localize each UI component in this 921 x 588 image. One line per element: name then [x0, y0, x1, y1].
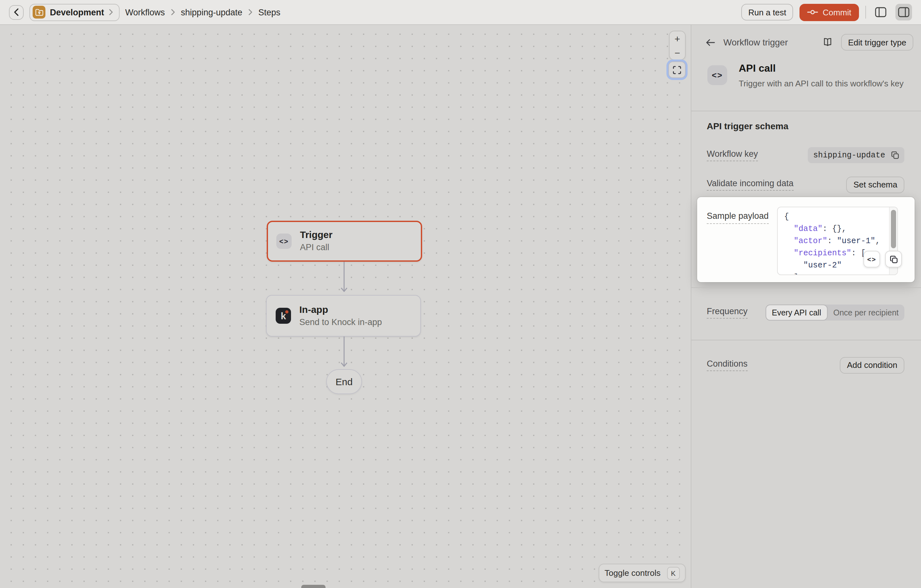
topbar-actions: Run a test Commit — [741, 3, 912, 21]
panel-header: Workflow trigger Edit trigger type — [704, 33, 913, 51]
zoom-in-button[interactable]: + — [670, 31, 685, 46]
knock-workflow-editor: Development Workflows shipping-update St… — [0, 0, 921, 588]
inapp-node-subtitle: Send to Knock in-app — [299, 318, 382, 327]
zoom-controls: + − — [669, 31, 686, 60]
fit-view-button[interactable] — [668, 62, 686, 78]
commit-label: Commit — [822, 7, 851, 17]
inapp-step-node[interactable]: k In-app Send to Knock in-app — [266, 295, 421, 337]
divider — [866, 6, 866, 19]
copy-icon — [889, 255, 898, 263]
zoom-out-button[interactable]: − — [670, 46, 685, 60]
hidden-dock-edge — [301, 585, 325, 588]
set-schema-button[interactable]: Set schema — [846, 176, 905, 193]
trigger-type-text: API call Trigger with an API call to thi… — [739, 63, 904, 88]
toggle-controls-button[interactable]: Toggle controls K — [599, 564, 686, 582]
code-icon: <> — [707, 65, 727, 85]
environment-switcher[interactable]: Development — [29, 3, 120, 21]
toggle-left-panel-button[interactable] — [872, 4, 889, 21]
breadcrumb-workflow-key[interactable]: shipping-update — [181, 7, 242, 17]
panel-title: Workflow trigger — [723, 37, 788, 47]
trigger-type-description: Trigger with an API call to this workflo… — [739, 79, 904, 88]
frequency-label: Frequency — [707, 306, 748, 319]
fullscreen-icon — [673, 65, 681, 74]
trigger-node-title: Trigger — [300, 230, 333, 241]
copy-payload-button[interactable] — [885, 251, 902, 267]
sample-payload-spotlight: Sample payload { "data": {}, "actor": "u… — [697, 197, 914, 282]
sample-payload-label: Sample payload — [707, 211, 769, 224]
workflow-key-value-box: shipping-update — [808, 147, 905, 163]
divider — [692, 111, 921, 111]
book-icon — [822, 37, 833, 47]
keyboard-shortcut-badge: K — [667, 567, 680, 579]
frequency-segmented-control: Every API call Once per recipient — [765, 305, 905, 321]
toggle-right-panel-button[interactable] — [895, 4, 912, 21]
trigger-node-subtitle: API call — [300, 243, 333, 253]
run-a-test-button[interactable]: Run a test — [741, 4, 793, 21]
panel-right-icon — [898, 7, 910, 17]
divider — [692, 287, 921, 288]
frequency-row: Frequency Every API call Once per recipi… — [707, 305, 905, 321]
frequency-option-once-per-recipient[interactable]: Once per recipient — [828, 305, 905, 321]
inapp-node-text: In-app Send to Knock in-app — [299, 304, 382, 327]
validate-data-row: Validate incoming data Set schema — [707, 177, 905, 192]
add-condition-button[interactable]: Add condition — [840, 357, 905, 373]
breadcrumb: Workflows shipping-update Steps — [125, 7, 280, 17]
workflow-key-row: Workflow key shipping-update — [707, 147, 905, 163]
expand-editor-button[interactable]: <> — [864, 251, 880, 267]
panel-left-icon — [875, 7, 887, 17]
commit-button[interactable]: Commit — [799, 3, 859, 21]
workflow-key-value: shipping-update — [813, 151, 885, 160]
chevron-right-icon — [171, 9, 175, 15]
trigger-type-title: API call — [739, 63, 904, 74]
environment-label: Development — [50, 7, 104, 17]
workflow-canvas[interactable]: + − <> Trigger API call k In-app Send to… — [0, 25, 691, 588]
top-bar: Development Workflows shipping-update St… — [0, 0, 921, 25]
knock-logo-icon: k — [276, 308, 291, 324]
divider — [692, 340, 921, 340]
schema-section-heading: API trigger schema — [707, 121, 788, 131]
scrollbar-thumb[interactable] — [891, 210, 896, 248]
git-commit-icon — [807, 8, 818, 16]
chevron-right-icon — [109, 9, 113, 15]
documentation-button[interactable] — [821, 36, 834, 48]
end-node[interactable]: End — [326, 369, 362, 394]
edge-trigger-to-inapp — [340, 262, 348, 295]
trigger-node-text: Trigger API call — [300, 230, 333, 253]
inapp-node-title: In-app — [299, 304, 382, 316]
workflow-key-label: Workflow key — [707, 149, 758, 161]
conditions-row: Conditions Add condition — [707, 357, 905, 374]
sample-payload-editor[interactable]: { "data": {}, "actor": "user-1", "recipi… — [777, 207, 898, 275]
code-icon: <> — [276, 233, 292, 249]
arrow-left-icon — [705, 38, 715, 46]
edge-inapp-to-end — [340, 337, 348, 370]
back-button[interactable] — [9, 5, 24, 20]
toggle-controls-label: Toggle controls — [605, 568, 661, 578]
breadcrumb-steps[interactable]: Steps — [259, 7, 280, 17]
conditions-label: Conditions — [707, 358, 748, 371]
chevron-left-icon — [13, 8, 19, 16]
environment-folder-icon — [33, 6, 46, 19]
trigger-node[interactable]: <> Trigger API call — [267, 221, 422, 262]
chevron-right-icon — [248, 9, 253, 15]
workflow-trigger-panel: Workflow trigger Edit trigger type <> AP… — [691, 25, 921, 588]
frequency-option-every-api-call[interactable]: Every API call — [765, 305, 827, 321]
breadcrumb-workflows[interactable]: Workflows — [125, 7, 165, 17]
panel-back-button[interactable] — [704, 37, 716, 48]
validate-data-label: Validate incoming data — [707, 178, 793, 191]
trigger-type-summary: <> API call Trigger with an API call to … — [707, 63, 913, 88]
edit-trigger-type-button[interactable]: Edit trigger type — [841, 34, 913, 50]
copy-workflow-key-button[interactable] — [891, 151, 899, 159]
copy-icon — [891, 151, 899, 159]
